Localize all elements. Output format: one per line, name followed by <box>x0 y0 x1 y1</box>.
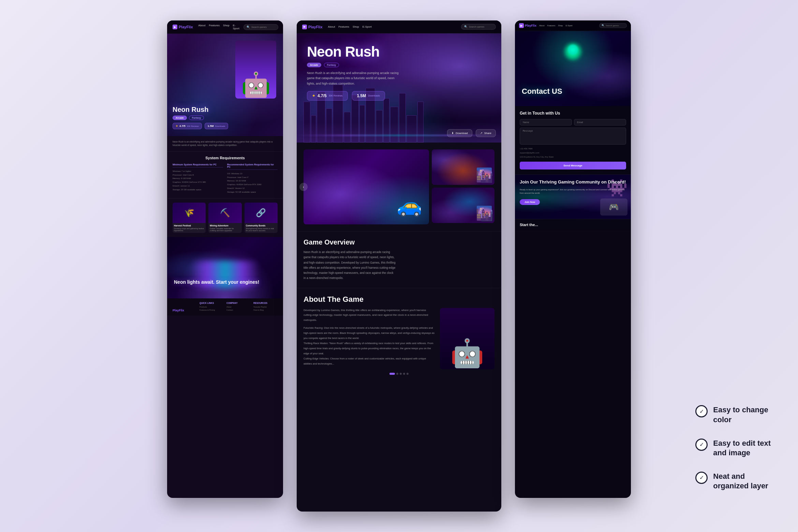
search-input-left[interactable] <box>251 26 275 28</box>
footer-links: PlayFlix QUICK LINKS Products Features &… <box>167 298 283 316</box>
send-message-button[interactable]: Send Message <box>520 162 626 169</box>
bottom-hero-title: Neon lights await. Start your engines! <box>174 279 259 285</box>
search-icon-left: 🔍 <box>247 26 250 29</box>
gallery-side-image-1: 🏙️ <box>432 188 494 223</box>
gallery-section: ‹ 🌆 🏙️ <box>297 143 501 231</box>
gallery-prev-button[interactable]: ‹ <box>299 183 308 191</box>
game-card-0[interactable]: Harvest Festival Growing crops and gathe… <box>173 203 206 233</box>
footer-col-item-1-1[interactable]: Contact <box>226 309 251 312</box>
badge-fantasy-left: Fantasy <box>189 116 204 120</box>
about-bullet-label-2: Cutting-Edge Vehicles: <box>304 357 329 360</box>
hero-badges-left: Arcade Fantasy <box>173 116 228 120</box>
dot-4 <box>407 373 409 375</box>
center-stat-downloads: 1.5M Downloads <box>352 91 385 101</box>
brand-name-left: PlayFlix <box>179 25 193 29</box>
center-hero: Neon Rush Arcade Fantasy Neon Rush is an… <box>297 33 501 143</box>
about-game-title: About The Game <box>304 295 494 304</box>
footer-col-item-3-1[interactable]: How-to Blog <box>253 309 278 312</box>
about-bullet-2: Cutting-Edge Vehicles: Choose from a ros… <box>304 356 434 366</box>
nav-shop-right[interactable]: Shop <box>558 25 563 27</box>
share-icon: ↗ <box>480 132 483 135</box>
footer-col-1: COMPANY About Contact <box>226 302 251 312</box>
sys-req-rec: Recommended System Requirements for PC O… <box>227 163 278 194</box>
bottom-hero-left: Neon lights await. Start your engines! <box>167 237 283 298</box>
nav-features-left[interactable]: Features <box>209 24 220 30</box>
contact-email-input[interactable] <box>574 119 626 125</box>
stat-downloads-left: 1.5M Downloads <box>205 123 228 129</box>
sys-req-rec-items: OS: Windows 10 Processor: Intel Core i7 … <box>227 172 278 194</box>
feature-item-0: ✓ Easy to changecolor <box>695 405 771 425</box>
contact-address: 123 Anywhere St, Any City, Any State <box>520 155 626 159</box>
sys-req-section: System Requirements Minimum System Requi… <box>167 152 283 198</box>
feature-item-1: ✓ Easy to edit textand image <box>695 439 771 458</box>
gallery-images: 🌆 🏙️ <box>304 149 494 224</box>
search-input-center[interactable] <box>469 26 493 28</box>
search-bar-right[interactable]: 🔍 <box>599 23 627 28</box>
sys-req-min-items: Windows 7 or higher Processor: Intel Cor… <box>173 169 223 192</box>
nav-esport-center[interactable]: E-Sport <box>363 25 372 28</box>
stat-rating-left: ★ 4.7/5 30K Reviews <box>173 123 202 129</box>
footer-col-title-0: QUICK LINKS <box>200 302 224 304</box>
progress-dots <box>304 369 494 378</box>
search-bar-center[interactable]: 🔍 <box>461 24 496 30</box>
brand-center: ▶ PlayFlix <box>302 25 323 29</box>
footer-col-item-3-0[interactable]: Youtube Playlist <box>253 306 278 309</box>
share-button[interactable]: ↗ Share <box>476 129 496 137</box>
gallery-side-image-0: 🌆 <box>432 149 494 185</box>
game-card-img-1 <box>208 203 241 223</box>
badge-arcade-left: Arcade <box>173 116 187 120</box>
contact-message-input[interactable] <box>520 128 626 145</box>
nav-esport-left[interactable]: E-Sport <box>233 24 239 30</box>
sys-req-min: Minimum System Requirements for PC Windo… <box>173 163 223 194</box>
nav-shop-left[interactable]: Shop <box>223 24 230 30</box>
download-label: Download <box>456 132 468 135</box>
discord-join-button[interactable]: Join Now <box>520 199 540 205</box>
download-icon: ⬇ <box>452 132 454 135</box>
features-list: ✓ Easy to changecolor ✓ Easy to edit tex… <box>695 405 771 505</box>
footer-col-0: QUICK LINKS Products Features & Pricing <box>200 302 224 312</box>
search-input-right[interactable] <box>606 25 624 27</box>
game-card-2[interactable]: Community Bonds Strengthening these bond… <box>245 203 278 233</box>
footer-col-item-1-0[interactable]: About <box>226 306 251 309</box>
contact-name-input[interactable] <box>520 119 572 125</box>
feature-check-0: ✓ <box>695 405 708 417</box>
navbar-links-left: About Features Shop E-Sport <box>198 24 239 30</box>
center-badge-arcade: Arcade <box>307 63 321 67</box>
about-game-section: About The Game Developed by Lumino Games… <box>297 288 501 385</box>
nav-esport-right[interactable]: E-Sport <box>565 25 572 27</box>
hero-left: Neon Rush Arcade Fantasy ★ 4.7/5 30K Rev… <box>167 34 283 136</box>
feature-item-2: ✓ Neat andorganized layer <box>695 472 771 491</box>
stat-reviews-left: 30K Reviews <box>187 125 199 127</box>
right-bottom-hint: Start the... <box>515 219 631 230</box>
stat-rating-val-left: 4.7/5 <box>179 124 186 128</box>
game-card-1[interactable]: Mining Adventure Gather valuable materia… <box>208 203 241 233</box>
contact-title: Contact US <box>522 87 562 96</box>
footer-col-item-0-0[interactable]: Products <box>200 306 224 309</box>
nav-features-center[interactable]: Features <box>338 25 349 28</box>
nav-shop-center[interactable]: Shop <box>353 25 359 28</box>
game-card-desc-0: Growing crops and gathering festive ingr… <box>173 227 206 233</box>
about-game-grid: Developed by Lumino Games, this thrillin… <box>304 308 494 369</box>
stats-row-left: ★ 4.7/5 30K Reviews 1.5M Downloads <box>173 123 228 129</box>
overview-title: Game Overview <box>304 238 396 246</box>
discord-section: Join Our Thriving Gaming Community on Di… <box>515 175 631 219</box>
bottom-hero-text: Neon lights await. Start your engines! <box>174 279 259 285</box>
download-button[interactable]: ⬇ Download <box>447 129 472 137</box>
feature-check-2: ✓ <box>695 472 708 484</box>
search-bar-left[interactable]: 🔍 <box>243 24 278 30</box>
nav-about-left[interactable]: About <box>198 24 206 30</box>
center-hero-actions: ⬇ Download ↗ Share <box>447 129 496 137</box>
hero-title-left: Neon Rush <box>173 106 228 114</box>
center-badge-fantasy: Fantasy <box>324 63 339 67</box>
footer-col-item-0-1[interactable]: Features & Pricing <box>200 309 224 312</box>
nav-about-center[interactable]: About <box>328 25 335 28</box>
brand-name-center: PlayFlix <box>308 25 323 29</box>
panel-left: ▶ PlayFlix About Features Shop E-Sport 🔍… <box>167 20 283 498</box>
brand-name-right: PlayFlix <box>525 24 536 27</box>
about-bullet-0: Futuristic Racing: Dive into the neon-dr… <box>304 325 434 341</box>
nav-features-right[interactable]: Features <box>547 25 556 27</box>
center-hero-content: Neon Rush Arcade Fantasy Neon Rush is an… <box>307 44 402 101</box>
star-icon-left: ★ <box>176 124 178 128</box>
game-card-img-2 <box>245 203 278 223</box>
nav-about-right[interactable]: About <box>539 25 545 27</box>
